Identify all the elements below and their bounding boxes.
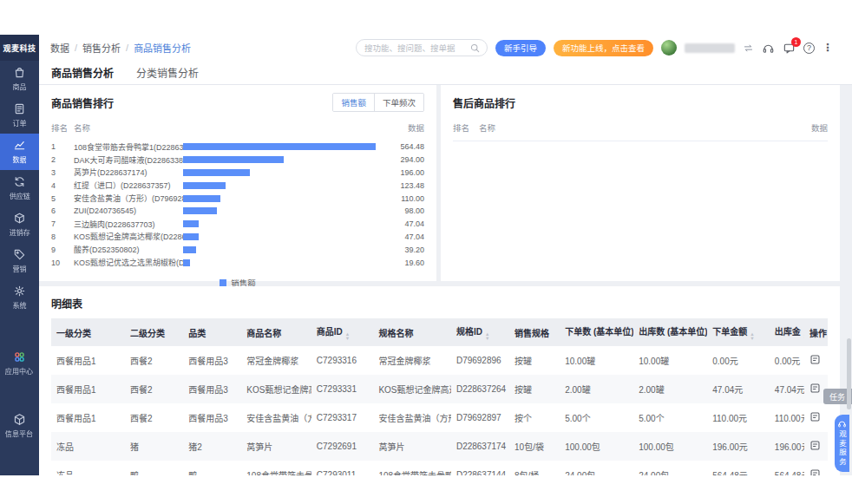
- sidebar-item-inventory[interactable]: 进销存: [0, 206, 39, 243]
- table-cell: 564.48元: [770, 461, 804, 475]
- switch-account-icon[interactable]: [743, 43, 754, 54]
- table-cell-actions: [804, 432, 828, 461]
- table-cell: 西餐用品3: [183, 403, 241, 432]
- help-icon[interactable]: ?: [803, 43, 815, 54]
- ranking-bar: [183, 233, 199, 240]
- ranking-rank: 9: [51, 245, 74, 254]
- view-detail-icon[interactable]: [809, 468, 821, 475]
- gear-icon: [13, 285, 26, 298]
- table-cell: 莴笋片: [241, 432, 311, 461]
- vertical-scrollbar[interactable]: [847, 338, 851, 409]
- sort-icon[interactable]: ▲▼: [803, 332, 804, 340]
- column-header: 二级分类: [125, 318, 183, 346]
- sort-icon[interactable]: ▲▼: [485, 332, 489, 340]
- ranking-row: 7三边腩肉(D228637703)47.04: [51, 218, 424, 231]
- ranking-value: 196.00: [376, 168, 424, 177]
- ranking-row: 2DAK大可寿司醋味液(D228633861)294.00: [51, 154, 424, 167]
- search-input[interactable]: [364, 43, 469, 53]
- messages-icon[interactable]: 1: [783, 42, 796, 55]
- inventory-icon: [13, 212, 26, 225]
- metric-button-sales-amount[interactable]: 销售额: [333, 94, 374, 111]
- column-header[interactable]: 出库数 (基本单位)▲▼: [633, 318, 707, 346]
- column-header[interactable]: 规格ID▲▼: [451, 318, 509, 346]
- table-cell: 按罐: [509, 375, 560, 403]
- ranking-name: 酸荞(D252350802): [74, 244, 183, 255]
- column-header[interactable]: 商品ID▲▼: [311, 318, 374, 346]
- table-cell: 5.00个: [560, 403, 633, 432]
- after-sales-ranking-title: 售后商品排行: [453, 95, 515, 110]
- ranking-list: 1108食堂带筋去骨鸭掌1(D228637144)564.482DAK大可寿司醋…: [51, 141, 424, 269]
- ranking-name: 红提（进口）(D228637357): [74, 180, 183, 191]
- breadcrumb: 数据 / 销售分析 / 商品销售分析: [50, 41, 191, 55]
- table-cell: 0.00元: [770, 346, 804, 375]
- ranking-bar: [183, 169, 250, 176]
- ranking-rank: 6: [51, 206, 74, 215]
- column-header[interactable]: 下单金额▲▼: [707, 318, 770, 346]
- table-cell: 8包/桶: [509, 461, 560, 475]
- view-detail-icon[interactable]: [809, 440, 821, 451]
- ranking-rank: 1: [51, 142, 74, 151]
- table-cell: 10.00罐: [560, 346, 633, 375]
- sidebar-item-info-platform[interactable]: 信息平台: [0, 408, 39, 444]
- global-search[interactable]: [356, 39, 488, 56]
- table-cell: 西餐2: [125, 375, 183, 403]
- view-detail-icon[interactable]: [809, 411, 821, 422]
- table-cell: 鸭: [183, 461, 241, 475]
- breadcrumb-item[interactable]: 销售分析: [82, 41, 121, 55]
- ranking-bar-track: [183, 259, 376, 266]
- table-cell: 10包/袋: [509, 432, 560, 461]
- sidebar-item-marketing[interactable]: 营销: [0, 243, 39, 279]
- more-menu-icon[interactable]: ⋮: [823, 43, 833, 54]
- sort-icon[interactable]: ▲▼: [750, 332, 754, 340]
- ranking-value: 564.48: [376, 142, 424, 151]
- tab-product-sales-analysis[interactable]: 商品销售分析: [51, 65, 114, 80]
- ranking-name: 莴笋片(D228637174): [74, 167, 183, 178]
- breadcrumb-item[interactable]: 数据: [50, 41, 69, 55]
- topbar: 数据 / 销售分析 / 商品销售分析 新手引导 新功能上线，点击查看: [39, 35, 852, 61]
- sidebar-item-data[interactable]: 数据: [0, 134, 39, 170]
- ranking-value: 39.20: [376, 245, 424, 254]
- ranking-row: 6ZUI(D240736545)98.00: [51, 205, 424, 218]
- table-row: 冻品猪猪2莴笋片C7292691莴笋片D22863717410包/袋100.00…: [51, 432, 828, 461]
- column-header[interactable]: 下单数 (基本单位)▲▼: [560, 318, 633, 346]
- avatar[interactable]: [661, 40, 677, 56]
- table-cell: 2.00罐: [633, 375, 707, 403]
- table-cell: 110.00元: [770, 403, 804, 432]
- table-cell: 莴笋片: [373, 432, 451, 461]
- ranking-name: KOS甄想记优选之选黑胡椒粉(D228634296): [74, 257, 183, 268]
- table-cell: KOS甄想记金牌高达椰浆: [373, 375, 451, 403]
- ranking-value: 123.48: [376, 181, 424, 190]
- sort-icon[interactable]: ▲▼: [345, 332, 350, 340]
- guide-button[interactable]: 新手引导: [495, 40, 546, 56]
- detail-table-title: 明细表: [51, 296, 828, 311]
- view-detail-icon[interactable]: [809, 354, 821, 365]
- ranking-bar: [183, 220, 199, 227]
- search-icon[interactable]: [469, 43, 481, 54]
- sidebar-item-goods[interactable]: 商品: [0, 61, 39, 97]
- supply-chain-icon: [13, 175, 26, 188]
- view-detail-icon[interactable]: [809, 383, 821, 394]
- column-header[interactable]: 出库金▲▼: [770, 318, 804, 346]
- ranking-name: ZUI(D240736545): [74, 206, 183, 215]
- tag-icon: [13, 248, 26, 261]
- ranking-value: 110.00: [376, 194, 424, 203]
- table-cell: 猪2: [183, 432, 241, 461]
- sidebar-item-supply-chain[interactable]: 供应链: [0, 170, 39, 206]
- tab-category-sales-analysis[interactable]: 分类销售分析: [136, 65, 199, 80]
- page: 观麦科技 商品订单数据供应链进销存营销系统 应用中心信息平台 数据 / 销售分析…: [0, 0, 852, 504]
- table-cell: 西餐用品3: [183, 346, 241, 375]
- customer-service-icon[interactable]: [762, 42, 775, 55]
- metric-button-order-count[interactable]: 下单频次: [374, 94, 423, 111]
- sidebar-item-app-center[interactable]: 应用中心: [0, 345, 39, 382]
- service-floating-button[interactable]: 观麦服务: [835, 415, 849, 472]
- table-cell: C7293331: [311, 375, 374, 403]
- col-value: 数据: [811, 121, 828, 134]
- sidebar-item-system[interactable]: 系统: [0, 279, 39, 316]
- sidebar-item-orders[interactable]: 订单: [0, 97, 39, 134]
- table-row: 西餐用品1西餐2西餐用品3安佳含盐黄油（方形）C7293317安佳含盐黄油（方形…: [51, 403, 828, 432]
- topbar-right: 新手引导 新功能上线，点击查看 1 ?: [356, 39, 833, 56]
- promo-button[interactable]: 新功能上线，点击查看: [554, 40, 653, 56]
- sidebar-item-label: 供应链: [9, 190, 29, 200]
- table-cell: 按个: [509, 403, 560, 432]
- table-cell: 196.00元: [707, 432, 770, 461]
